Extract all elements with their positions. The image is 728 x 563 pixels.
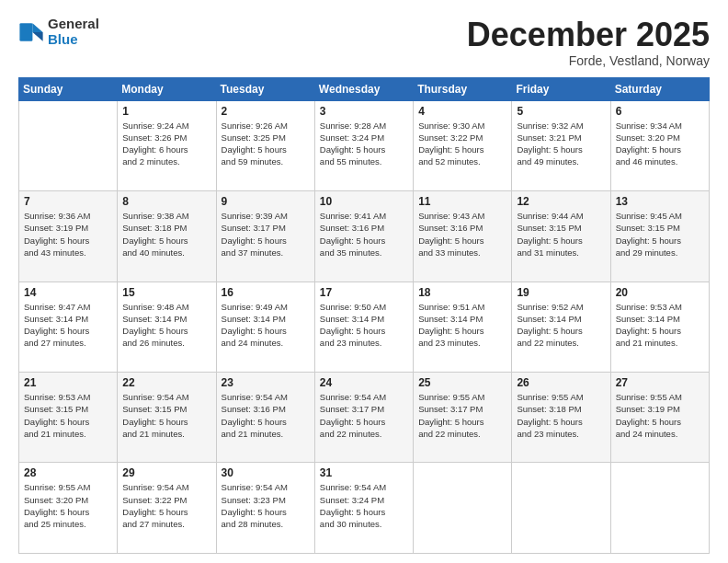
- day-number: 31: [320, 466, 408, 479]
- week-row-0: 1Sunrise: 9:24 AM Sunset: 3:26 PM Daylig…: [19, 100, 710, 190]
- day-number: 2: [222, 105, 310, 118]
- day-info: Sunrise: 9:44 AM Sunset: 3:15 PM Dayligh…: [517, 210, 605, 259]
- title-block: December 2025 Forde, Vestland, Norway: [467, 17, 710, 68]
- calendar-cell: 17Sunrise: 9:50 AM Sunset: 3:14 PM Dayli…: [314, 282, 413, 372]
- day-info: Sunrise: 9:52 AM Sunset: 3:14 PM Dayligh…: [517, 301, 605, 350]
- day-number: 29: [122, 466, 210, 479]
- day-number: 12: [517, 195, 605, 208]
- day-number: 17: [320, 286, 408, 299]
- day-info: Sunrise: 9:45 AM Sunset: 3:15 PM Dayligh…: [616, 210, 704, 259]
- calendar-cell: 24Sunrise: 9:54 AM Sunset: 3:17 PM Dayli…: [314, 373, 413, 463]
- weekday-header-row: SundayMondayTuesdayWednesdayThursdayFrid…: [19, 77, 710, 100]
- calendar-cell: 2Sunrise: 9:26 AM Sunset: 3:25 PM Daylig…: [216, 100, 314, 190]
- day-number: 9: [222, 195, 310, 208]
- calendar-cell: 4Sunrise: 9:30 AM Sunset: 3:22 PM Daylig…: [414, 100, 512, 190]
- calendar-cell: 6Sunrise: 9:34 AM Sunset: 3:20 PM Daylig…: [610, 100, 709, 190]
- day-info: Sunrise: 9:38 AM Sunset: 3:18 PM Dayligh…: [122, 210, 210, 259]
- day-info: Sunrise: 9:26 AM Sunset: 3:25 PM Dayligh…: [222, 120, 310, 168]
- logo-blue: Blue: [48, 32, 99, 48]
- calendar-cell: 3Sunrise: 9:28 AM Sunset: 3:24 PM Daylig…: [314, 100, 413, 190]
- day-info: Sunrise: 9:43 AM Sunset: 3:16 PM Dayligh…: [418, 210, 506, 259]
- calendar-cell: 5Sunrise: 9:32 AM Sunset: 3:21 PM Daylig…: [512, 100, 610, 190]
- day-info: Sunrise: 9:48 AM Sunset: 3:14 PM Dayligh…: [122, 301, 210, 350]
- calendar-cell: 31Sunrise: 9:54 AM Sunset: 3:24 PM Dayli…: [314, 463, 413, 554]
- calendar-cell: 22Sunrise: 9:54 AM Sunset: 3:15 PM Dayli…: [118, 373, 216, 463]
- month-title: December 2025: [467, 17, 710, 53]
- day-info: Sunrise: 9:55 AM Sunset: 3:19 PM Dayligh…: [616, 391, 704, 440]
- header: General Blue December 2025 Forde, Vestla…: [18, 17, 710, 68]
- weekday-header-monday: Monday: [118, 77, 216, 100]
- weekday-header-thursday: Thursday: [414, 77, 512, 100]
- calendar-cell: 21Sunrise: 9:53 AM Sunset: 3:15 PM Dayli…: [19, 373, 118, 463]
- day-number: 21: [24, 376, 112, 389]
- day-info: Sunrise: 9:39 AM Sunset: 3:17 PM Dayligh…: [222, 210, 310, 259]
- day-info: Sunrise: 9:53 AM Sunset: 3:14 PM Dayligh…: [616, 301, 704, 350]
- calendar-cell: 30Sunrise: 9:54 AM Sunset: 3:23 PM Dayli…: [216, 463, 314, 554]
- day-number: 19: [517, 286, 605, 299]
- day-info: Sunrise: 9:54 AM Sunset: 3:15 PM Dayligh…: [122, 391, 210, 440]
- day-number: 25: [418, 376, 506, 389]
- svg-marker-0: [32, 23, 42, 32]
- day-info: Sunrise: 9:41 AM Sunset: 3:16 PM Dayligh…: [320, 210, 408, 259]
- svg-marker-1: [32, 32, 42, 41]
- day-info: Sunrise: 9:54 AM Sunset: 3:24 PM Dayligh…: [320, 481, 408, 530]
- calendar-cell: 10Sunrise: 9:41 AM Sunset: 3:16 PM Dayli…: [314, 191, 413, 282]
- calendar-cell: 13Sunrise: 9:45 AM Sunset: 3:15 PM Dayli…: [610, 191, 709, 282]
- calendar-cell: 7Sunrise: 9:36 AM Sunset: 3:19 PM Daylig…: [19, 191, 118, 282]
- day-number: 27: [616, 376, 704, 389]
- weekday-header-wednesday: Wednesday: [314, 77, 413, 100]
- day-number: 7: [24, 195, 112, 208]
- logo-text: General Blue: [48, 17, 99, 47]
- day-number: 18: [418, 286, 506, 299]
- day-info: Sunrise: 9:47 AM Sunset: 3:14 PM Dayligh…: [24, 301, 112, 350]
- day-info: Sunrise: 9:54 AM Sunset: 3:23 PM Dayligh…: [222, 481, 310, 530]
- calendar-cell: 12Sunrise: 9:44 AM Sunset: 3:15 PM Dayli…: [512, 191, 610, 282]
- calendar-cell: 1Sunrise: 9:24 AM Sunset: 3:26 PM Daylig…: [118, 100, 216, 190]
- day-info: Sunrise: 9:32 AM Sunset: 3:21 PM Dayligh…: [517, 120, 605, 168]
- day-number: 4: [418, 105, 506, 118]
- calendar-table: SundayMondayTuesdayWednesdayThursdayFrid…: [18, 77, 710, 554]
- calendar-cell: [414, 463, 512, 554]
- day-info: Sunrise: 9:24 AM Sunset: 3:26 PM Dayligh…: [122, 120, 210, 168]
- subtitle: Forde, Vestland, Norway: [467, 53, 710, 68]
- week-row-3: 21Sunrise: 9:53 AM Sunset: 3:15 PM Dayli…: [19, 373, 710, 463]
- day-info: Sunrise: 9:55 AM Sunset: 3:20 PM Dayligh…: [24, 481, 112, 530]
- day-info: Sunrise: 9:54 AM Sunset: 3:22 PM Dayligh…: [122, 481, 210, 530]
- calendar-cell: 14Sunrise: 9:47 AM Sunset: 3:14 PM Dayli…: [19, 282, 118, 372]
- calendar-cell: [610, 463, 709, 554]
- day-info: Sunrise: 9:28 AM Sunset: 3:24 PM Dayligh…: [320, 120, 408, 168]
- day-info: Sunrise: 9:34 AM Sunset: 3:20 PM Dayligh…: [616, 120, 704, 168]
- week-row-4: 28Sunrise: 9:55 AM Sunset: 3:20 PM Dayli…: [19, 463, 710, 554]
- calendar-cell: 16Sunrise: 9:49 AM Sunset: 3:14 PM Dayli…: [216, 282, 314, 372]
- day-number: 3: [320, 105, 408, 118]
- calendar-cell: 8Sunrise: 9:38 AM Sunset: 3:18 PM Daylig…: [118, 191, 216, 282]
- svg-rect-2: [19, 23, 32, 41]
- day-info: Sunrise: 9:36 AM Sunset: 3:19 PM Dayligh…: [24, 210, 112, 259]
- day-number: 16: [222, 286, 310, 299]
- day-number: 11: [418, 195, 506, 208]
- weekday-header-saturday: Saturday: [610, 77, 709, 100]
- day-number: 6: [616, 105, 704, 118]
- calendar-cell: 19Sunrise: 9:52 AM Sunset: 3:14 PM Dayli…: [512, 282, 610, 372]
- day-number: 14: [24, 286, 112, 299]
- week-row-1: 7Sunrise: 9:36 AM Sunset: 3:19 PM Daylig…: [19, 191, 710, 282]
- logo-icon: [18, 19, 44, 45]
- weekday-header-tuesday: Tuesday: [216, 77, 314, 100]
- day-number: 28: [24, 466, 112, 479]
- day-info: Sunrise: 9:30 AM Sunset: 3:22 PM Dayligh…: [418, 120, 506, 168]
- week-row-2: 14Sunrise: 9:47 AM Sunset: 3:14 PM Dayli…: [19, 282, 710, 372]
- day-number: 5: [517, 105, 605, 118]
- day-number: 23: [222, 376, 310, 389]
- calendar-cell: 29Sunrise: 9:54 AM Sunset: 3:22 PM Dayli…: [118, 463, 216, 554]
- calendar-cell: 28Sunrise: 9:55 AM Sunset: 3:20 PM Dayli…: [19, 463, 118, 554]
- logo-general: General: [48, 17, 99, 32]
- calendar-cell: 11Sunrise: 9:43 AM Sunset: 3:16 PM Dayli…: [414, 191, 512, 282]
- calendar-cell: 15Sunrise: 9:48 AM Sunset: 3:14 PM Dayli…: [118, 282, 216, 372]
- calendar-cell: 26Sunrise: 9:55 AM Sunset: 3:18 PM Dayli…: [512, 373, 610, 463]
- day-info: Sunrise: 9:55 AM Sunset: 3:17 PM Dayligh…: [418, 391, 506, 440]
- calendar-cell: 23Sunrise: 9:54 AM Sunset: 3:16 PM Dayli…: [216, 373, 314, 463]
- day-number: 1: [122, 105, 210, 118]
- calendar-cell: 20Sunrise: 9:53 AM Sunset: 3:14 PM Dayli…: [610, 282, 709, 372]
- day-number: 10: [320, 195, 408, 208]
- day-info: Sunrise: 9:54 AM Sunset: 3:17 PM Dayligh…: [320, 391, 408, 440]
